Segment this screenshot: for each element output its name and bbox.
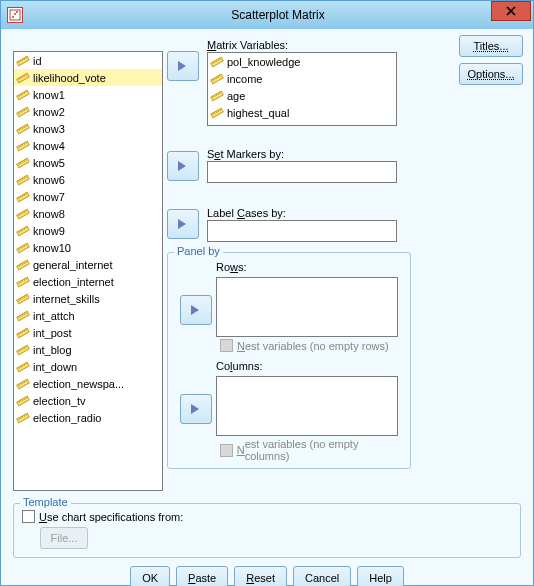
close-button[interactable] xyxy=(491,1,531,21)
list-item[interactable]: know8 xyxy=(14,205,162,222)
var-name: know7 xyxy=(33,191,65,203)
ruler-icon xyxy=(16,190,30,204)
use-chart-spec-checkbox[interactable]: Use chart specifications from: xyxy=(22,510,512,523)
list-item[interactable]: know7 xyxy=(14,188,162,205)
move-to-cases-button[interactable] xyxy=(167,209,199,239)
matrix-variables-list[interactable]: pol_knowledgeincomeagehighest_qual xyxy=(207,52,397,126)
list-item[interactable]: election_newspa... xyxy=(14,375,162,392)
ruler-icon xyxy=(210,55,224,69)
var-name: know8 xyxy=(33,208,65,220)
template-legend: Template xyxy=(20,496,71,508)
titles-button[interactable]: Titles... xyxy=(459,35,523,57)
list-item[interactable]: know1 xyxy=(14,86,162,103)
var-name: know1 xyxy=(33,89,65,101)
ruler-icon xyxy=(16,54,30,68)
cols-list[interactable] xyxy=(216,376,398,436)
var-name: likelihood_vote xyxy=(33,72,106,84)
list-item[interactable]: know6 xyxy=(14,171,162,188)
list-item[interactable]: int_attch xyxy=(14,307,162,324)
list-item[interactable]: know9 xyxy=(14,222,162,239)
panel-by-group: Panel by Rows: Nest variables (no empty … xyxy=(167,252,411,469)
move-to-markers-button[interactable] xyxy=(167,151,199,181)
app-icon xyxy=(7,7,23,23)
var-name: election_internet xyxy=(33,276,114,288)
list-item[interactable]: know5 xyxy=(14,154,162,171)
ruler-icon xyxy=(16,394,30,408)
list-item[interactable]: income xyxy=(208,70,396,87)
template-group: Template Use chart specifications from: … xyxy=(13,503,521,558)
button-bar: OK Paste Reset Cancel Help xyxy=(13,566,521,586)
list-item[interactable]: election_radio xyxy=(14,409,162,426)
list-item[interactable]: highest_qual xyxy=(208,104,396,121)
var-name: know5 xyxy=(33,157,65,169)
ruler-icon xyxy=(210,106,224,120)
list-item[interactable]: age xyxy=(208,87,396,104)
variable-list[interactable]: idlikelihood_voteknow1know2know3know4kno… xyxy=(13,51,163,491)
cols-label: Columns: xyxy=(216,360,262,372)
ruler-icon xyxy=(16,139,30,153)
var-name: int_post xyxy=(33,327,72,339)
list-item[interactable]: know10 xyxy=(14,239,162,256)
var-name: int_blog xyxy=(33,344,72,356)
ruler-icon xyxy=(210,89,224,103)
var-name: know9 xyxy=(33,225,65,237)
nest-rows-checkbox: Nest variables (no empty rows) xyxy=(220,339,402,352)
cases-input[interactable] xyxy=(207,220,397,242)
cancel-button[interactable]: Cancel xyxy=(293,566,351,586)
help-button[interactable]: Help xyxy=(357,566,404,586)
ruler-icon xyxy=(16,309,30,323)
markers-input[interactable] xyxy=(207,161,397,183)
reset-button[interactable]: Reset xyxy=(234,566,287,586)
markers-label: Set Markers by: xyxy=(207,148,521,160)
list-item[interactable]: know4 xyxy=(14,137,162,154)
var-name: know4 xyxy=(33,140,65,152)
nest-cols-checkbox: Nest variables (no empty columns) xyxy=(220,438,402,462)
ruler-icon xyxy=(210,72,224,86)
list-item[interactable]: know2 xyxy=(14,103,162,120)
var-name: general_internet xyxy=(33,259,113,271)
var-name: int_attch xyxy=(33,310,75,322)
move-to-matrix-button[interactable] xyxy=(167,51,199,81)
var-name: know3 xyxy=(33,123,65,135)
var-name: pol_knowledge xyxy=(227,56,300,68)
var-name: election_newspa... xyxy=(33,378,124,390)
list-item[interactable]: int_post xyxy=(14,324,162,341)
ok-button[interactable]: OK xyxy=(130,566,170,586)
ruler-icon xyxy=(16,207,30,221)
var-name: highest_qual xyxy=(227,107,289,119)
list-item[interactable]: election_internet xyxy=(14,273,162,290)
ruler-icon xyxy=(16,241,30,255)
list-item[interactable]: internet_skills xyxy=(14,290,162,307)
cases-label: Label Cases by: xyxy=(207,207,521,219)
list-item[interactable]: int_down xyxy=(14,358,162,375)
ruler-icon xyxy=(16,71,30,85)
var-name: internet_skills xyxy=(33,293,100,305)
list-item[interactable]: pol_knowledge xyxy=(208,53,396,70)
ruler-icon xyxy=(16,173,30,187)
ruler-icon xyxy=(16,258,30,272)
options-button[interactable]: Options... xyxy=(459,63,523,85)
ruler-icon xyxy=(16,360,30,374)
list-item[interactable]: id xyxy=(14,52,162,69)
list-item[interactable]: know3 xyxy=(14,120,162,137)
ruler-icon xyxy=(16,292,30,306)
ruler-icon xyxy=(16,275,30,289)
list-item[interactable]: int_blog xyxy=(14,341,162,358)
var-name: election_tv xyxy=(33,395,86,407)
move-to-rows-button[interactable] xyxy=(180,295,212,325)
list-item[interactable]: general_internet xyxy=(14,256,162,273)
rows-label: Rows: xyxy=(216,261,247,273)
ruler-icon xyxy=(16,88,30,102)
list-item[interactable]: likelihood_vote xyxy=(14,69,162,86)
rows-list[interactable] xyxy=(216,277,398,337)
var-name: age xyxy=(227,90,245,102)
paste-button[interactable]: Paste xyxy=(176,566,228,586)
list-item[interactable]: election_tv xyxy=(14,392,162,409)
var-name: income xyxy=(227,73,262,85)
var-name: int_down xyxy=(33,361,77,373)
var-name: know2 xyxy=(33,106,65,118)
panel-legend: Panel by xyxy=(174,245,223,257)
ruler-icon xyxy=(16,122,30,136)
file-button: File... xyxy=(40,527,88,549)
move-to-cols-button[interactable] xyxy=(180,394,212,424)
